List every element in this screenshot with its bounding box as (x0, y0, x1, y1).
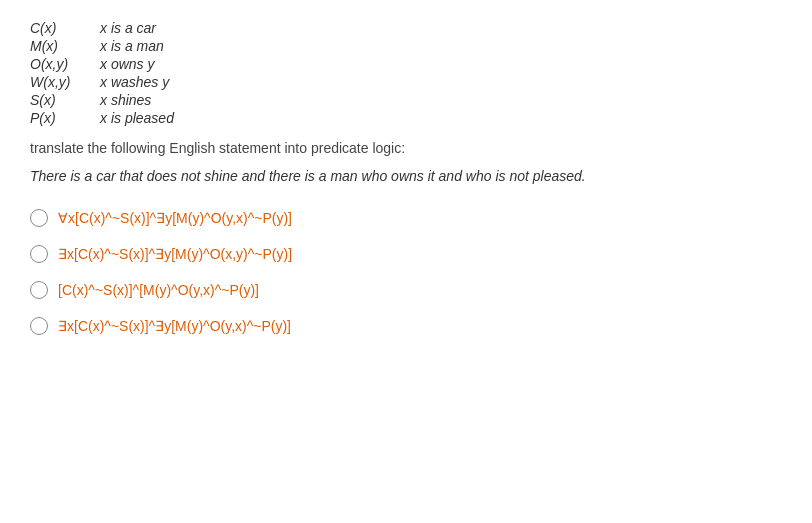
def-meaning-0: x is a car (100, 20, 782, 36)
option-text-1: ∀x[C(x)^~S(x)]^∃y[M(y)^O(y,x)^~P(y)] (58, 210, 292, 226)
option-radio-1[interactable] (30, 209, 48, 227)
def-meaning-4: x shines (100, 92, 782, 108)
def-meaning-1: x is a man (100, 38, 782, 54)
option-text-2: ∃x[C(x)^~S(x)]^∃y[M(y)^O(x,y)^~P(y)] (58, 246, 292, 262)
def-meaning-3: x washes y (100, 74, 782, 90)
english-statement: There is a car that does not shine and t… (30, 166, 782, 187)
option-radio-4[interactable] (30, 317, 48, 335)
def-meaning-5: x is pleased (100, 110, 782, 126)
options-list: ∀x[C(x)^~S(x)]^∃y[M(y)^O(y,x)^~P(y)]∃x[C… (30, 209, 782, 335)
def-symbol-2: O(x,y) (30, 56, 100, 72)
def-symbol-4: S(x) (30, 92, 100, 108)
option-radio-3[interactable] (30, 281, 48, 299)
def-symbol-1: M(x) (30, 38, 100, 54)
option-item-2[interactable]: ∃x[C(x)^~S(x)]^∃y[M(y)^O(x,y)^~P(y)] (30, 245, 782, 263)
def-symbol-0: C(x) (30, 20, 100, 36)
definitions-table: C(x)x is a carM(x)x is a manO(x,y)x owns… (30, 20, 782, 126)
option-item-1[interactable]: ∀x[C(x)^~S(x)]^∃y[M(y)^O(y,x)^~P(y)] (30, 209, 782, 227)
option-item-4[interactable]: ∃x[C(x)^~S(x)]^∃y[M(y)^O(y,x)^~P(y)] (30, 317, 782, 335)
option-text-4: ∃x[C(x)^~S(x)]^∃y[M(y)^O(y,x)^~P(y)] (58, 318, 291, 334)
def-meaning-2: x owns y (100, 56, 782, 72)
def-symbol-3: W(x,y) (30, 74, 100, 90)
option-item-3[interactable]: [C(x)^~S(x)]^[M(y)^O(y,x)^~P(y)] (30, 281, 782, 299)
translate-prompt: translate the following English statemen… (30, 140, 782, 156)
def-symbol-5: P(x) (30, 110, 100, 126)
option-text-3: [C(x)^~S(x)]^[M(y)^O(y,x)^~P(y)] (58, 282, 259, 298)
option-radio-2[interactable] (30, 245, 48, 263)
